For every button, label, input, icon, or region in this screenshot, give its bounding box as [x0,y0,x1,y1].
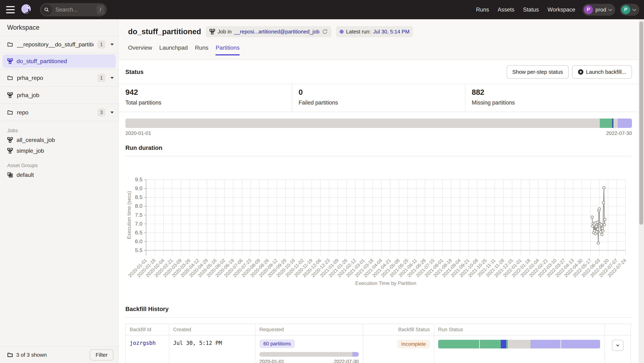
nav-status[interactable]: Status [523,6,539,13]
folder-icon [7,42,13,47]
sidebar-item-all_cereals_job[interactable]: all_cereals_job [0,134,118,145]
job-icon [7,58,13,64]
show-per-step-status-button[interactable]: Show per-step status [506,65,569,78]
bar-segment-missing [260,352,352,357]
data-point[interactable] [604,218,606,221]
job-tag-link[interactable]: __reposi...artitioned@partitioned_job [234,29,319,35]
page-scrollbar[interactable] [638,19,644,363]
data-point[interactable] [597,242,600,244]
y-tick-label: 7.0 [135,221,142,227]
sidebar-item-simple_job[interactable]: simple_job [0,145,118,156]
sidebar-row: do_stuff_partitioned [0,53,118,70]
backfill-status-badge: Incomplete [397,340,430,348]
sidebar-item-default[interactable]: default [0,170,118,180]
global-search[interactable]: / [40,3,107,16]
job-icon [7,148,13,154]
data-point[interactable] [591,216,594,218]
stat-label: Failed partitions [298,100,465,106]
page-header: do_stuff_partitioned Job in __reposi...a… [119,19,638,60]
tab-runs[interactable]: Runs [195,44,208,55]
data-point[interactable] [602,230,604,232]
data-point[interactable] [601,233,603,236]
tab-launchpad[interactable]: Launchpad [159,44,188,55]
sidebar-item-__repository__do_stuff_partitio-[interactable]: __repository__do_stuff_partitio...1 [0,36,118,53]
expand-row-button[interactable] [612,340,624,351]
y-axis-label: Execution time (secs) [126,191,132,239]
workspace-sidebar: Workspace __repository__do_stuff_partiti… [0,19,119,363]
data-point[interactable] [602,202,604,204]
sidebar-items: __repository__do_stuff_partitio...1do_st… [0,36,118,180]
job-tag-prefix: Job in [218,29,232,35]
sidebar-item-prha_repo[interactable]: prha_repo1 [0,70,118,87]
sidebar-item-label: __repository__do_stuff_partitio... [17,41,94,48]
bar-segment-queued [561,340,600,348]
user-avatar: P [621,5,630,14]
data-point[interactable] [603,186,605,189]
y-tick-label: 8.5 [135,194,142,200]
stat-total-partitions: 942Total partitions [119,84,292,112]
column-header-run-status: Run Status [434,324,604,335]
bar-segment-queued [352,352,359,357]
cell-actions [604,336,630,363]
data-point[interactable] [596,230,598,233]
cell-created: Jul 30, 5:12 PM [169,336,255,363]
chevron-down-icon [608,7,612,11]
created-value: Jul 30, 5:12 PM [173,340,222,346]
asset-groups-section-label: Asset Groups [7,162,118,168]
folder-icon [7,352,13,358]
sidebar-item-repo[interactable]: repo3 [0,104,118,121]
filter-button[interactable]: Filter [90,349,113,360]
page-title: do_stuff_partitioned [128,27,201,36]
requested-partitions-badge[interactable]: 60 partitions [260,340,295,348]
data-point[interactable] [598,208,601,210]
stat-value: 942 [126,88,292,96]
data-point[interactable] [601,227,604,230]
sidebar-title: Workspace [0,19,118,36]
launch-backfill-button[interactable]: Launch backfill... [572,65,632,78]
y-tick-label: 9.0 [135,185,142,191]
nav-workspace[interactable]: Workspace [548,6,575,13]
y-tick-label: 6.0 [135,238,142,244]
run-status-bar[interactable] [438,340,600,348]
y-tick-label: 5.5 [135,247,142,253]
partition-status-bar[interactable] [126,118,632,128]
caret-down-icon[interactable] [110,44,114,46]
bar-segment-success [600,118,612,128]
sidebar-item-label: prha_job [17,92,114,98]
partition-stats: 942Total partitions0Failed partitions882… [119,84,638,112]
bar-end-label: 2022-07-30 [606,130,632,136]
status-header-row: Status Show per-step status Launch backf… [119,60,638,78]
sidebar-item-prha_job[interactable]: prha_job [0,87,118,104]
search-icon [41,4,52,15]
y-tick-label: 6.5 [135,230,142,236]
tab-overview[interactable]: Overview [128,44,152,55]
data-point[interactable] [603,224,606,226]
page-tabs: OverviewLaunchpadRunsPartitions [128,44,632,55]
caret-down-icon[interactable] [110,77,114,79]
column-header-created: Created [169,324,255,335]
run-duration-section-header: Run duration [126,144,632,156]
latest-run-link[interactable]: Jul 30, 5:14 PM [373,29,410,35]
tab-partitions[interactable]: Partitions [216,44,240,55]
backfill-id-link[interactable]: jozrgsbh [130,340,156,346]
jobs-section-label: Jobs [7,128,118,134]
partition-status-bar-block: 2020-01-01 2022-07-30 [119,112,638,136]
user-menu[interactable]: P [620,4,639,16]
bar-segment-success [506,340,508,348]
data-point[interactable] [596,221,598,224]
sidebar-item-do_stuff_partitioned[interactable]: do_stuff_partitioned [2,54,116,68]
nav-assets[interactable]: Assets [498,6,514,13]
deployment-switcher[interactable]: P prod [582,4,615,16]
data-point[interactable] [600,224,603,226]
refresh-icon[interactable] [322,29,328,34]
hamburger-menu-icon[interactable] [6,6,15,13]
dagster-logo-icon[interactable] [20,4,32,16]
scrollbar-thumb[interactable] [639,22,643,225]
caret-down-icon[interactable] [110,112,114,114]
data-point[interactable] [596,228,599,230]
data-point[interactable] [595,225,598,228]
y-tick-label: 9.5 [135,176,142,182]
sidebar-item-label: do_stuff_partitioned [16,58,67,64]
search-input[interactable] [56,6,92,13]
nav-runs[interactable]: Runs [476,6,489,13]
